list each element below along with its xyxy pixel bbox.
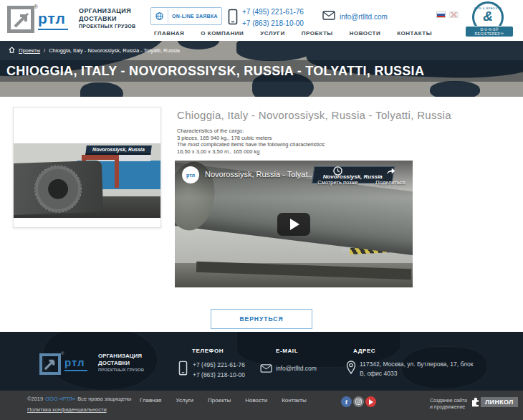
flag-en-icon[interactable] [449, 11, 459, 18]
online-request-label: ON-LINE ЗАЯВКА [168, 14, 221, 19]
footer-reg-mark: ® [61, 351, 64, 355]
duns-label-2: REGISTERED™ [466, 32, 513, 36]
tagline-line: ПРОЕКТНЫХ ГРУЗОВ [79, 23, 135, 29]
youtube-play-icon [369, 399, 373, 405]
language-switcher [436, 11, 459, 18]
main-nav: ГЛАВНАЯ О КОМПАНИИ УСЛУГИ ПРОЕКТЫ НОВОСТ… [154, 30, 432, 37]
footer-brand-name[interactable]: ртл [64, 356, 85, 368]
video-player[interactable]: Novorossiysk, Russia ртл Novorossiysk, R… [175, 161, 413, 287]
footer-tagline-line: ОРГАНИЗАЦИЯ [98, 353, 144, 360]
footer-address-heading: АДРЕС [353, 348, 375, 354]
brand-underline [38, 29, 68, 30]
project-photo: Novorossiysk, Russia [14, 143, 160, 218]
project-description: Characteristics of the cargo: 3 pieces, … [177, 128, 326, 155]
bottom-nav-news[interactable]: Новости [245, 397, 267, 404]
map-shape [430, 81, 480, 97]
photo-cargo-flange [34, 166, 82, 213]
header: ® ртл ОРГАНИЗАЦИЯ ДОСТАВКИ ПРОЕКТНЫХ ГРУ… [0, 0, 523, 41]
online-request-button[interactable]: ON-LINE ЗАЯВКА [150, 7, 222, 25]
main-content: Novorossiysk, Russia Chioggia, Italy - N… [0, 97, 523, 332]
nav-item-home[interactable]: ГЛАВНАЯ [154, 30, 184, 37]
footer-phone-heading: ТЕЛЕФОН [192, 348, 224, 354]
video-watch-later-button[interactable]: Смотреть позже [311, 166, 365, 186]
home-icon[interactable] [9, 47, 15, 54]
video-title[interactable]: Novorossiysk, Russia - Tolyat... [205, 170, 315, 178]
credit-line: Создание сайта [430, 397, 467, 404]
studio-name: ЛИНКОЛ [481, 397, 518, 407]
nav-item-contacts[interactable]: КОНТАКТЫ [397, 30, 432, 37]
breadcrumb: Проекты / Chioggia, Italy - Novorossiysk… [9, 47, 180, 54]
footer-phone-2[interactable]: +7 (863) 218-10-00 [193, 370, 245, 380]
footer-phone-1[interactable]: +7 (495) 221-61-76 [193, 360, 245, 370]
bottom-nav-contacts[interactable]: Контакты [282, 397, 307, 404]
map-shape [236, 41, 315, 61]
company-link[interactable]: ООО «РТЛ» [45, 396, 75, 402]
header-email[interactable]: info@rtlltd.com [340, 13, 388, 21]
brand-name[interactable]: ртл [38, 10, 66, 27]
logo-arrows-icon [11, 10, 32, 30]
breadcrumb-projects-link[interactable]: Проекты [19, 47, 40, 54]
project-photo-card[interactable]: Novorossiysk, Russia [13, 107, 161, 228]
page-title: CHIOGGIA, ITALY - NOVOROSSIYSK, RUSSIA -… [6, 64, 424, 79]
description-line: The most complicated items have the foll… [177, 141, 326, 148]
back-button[interactable]: ВЕРНУТЬСЯ [211, 309, 312, 329]
nav-item-about[interactable]: О КОМПАНИИ [201, 30, 244, 37]
bottom-bar: ©2019ООО «РТЛ»Все права защищены Политик… [0, 391, 523, 420]
footer-tagline-line: ПРОЕКТНЫХ ГРУЗОВ [98, 367, 144, 373]
video-share-button[interactable]: Поделиться [370, 166, 411, 186]
footer-location-pin-icon [346, 361, 356, 378]
watch-later-label: Смотреть позже [311, 179, 365, 186]
nav-item-news[interactable]: НОВОСТИ [350, 30, 381, 37]
footer-phone-icon [178, 361, 188, 379]
brand-tagline: ОРГАНИЗАЦИЯ ДОСТАВКИ ПРОЕКТНЫХ ГРУЗОВ [79, 7, 135, 29]
description-line: 16,50 x 3,00 x 3,50 m., 165 000 kg [177, 148, 326, 156]
footer-email[interactable]: info@rtlltd.com [276, 365, 317, 372]
nav-item-services[interactable]: УСЛУГИ [260, 30, 284, 37]
photo-cargo-vessel [14, 161, 103, 216]
email-icon [322, 10, 335, 23]
rtl-logo-icon[interactable] [7, 6, 34, 33]
photo-caption-text: Novorossiysk, Russia [92, 147, 145, 152]
footer-tagline-line: ДОСТАВКИ [98, 360, 144, 367]
page-banner: Проекты / Chioggia, Italy - Novorossiysk… [0, 41, 523, 97]
footer-rtl-logo-icon[interactable] [39, 353, 61, 375]
play-icon [290, 219, 299, 230]
site-credit: Создание сайта и продвижение [430, 397, 467, 410]
privacy-policy-link[interactable]: Политика конфиденциальности [27, 406, 107, 413]
footer-email-icon [260, 363, 272, 376]
project-title: Chioggia, Italy - Novorossiysk, Russia -… [177, 109, 451, 121]
bottom-nav-home[interactable]: Главная [140, 397, 161, 404]
video-channel-avatar[interactable]: ртл [182, 166, 199, 183]
map-shape [178, 41, 219, 49]
duns-banner: D-U-N-S® REGISTERED™ [465, 26, 514, 37]
studio-link[interactable]: ЛИНКОЛ [470, 396, 518, 407]
share-arrow-icon [385, 166, 395, 176]
tagline-line: ДОСТАВКИ [79, 15, 135, 23]
youtube-icon[interactable] [365, 396, 376, 407]
instagram-icon[interactable] [353, 396, 364, 407]
footer-address: 117342, Москва, ул. Бутлерова, 17, блок … [360, 360, 480, 378]
nav-item-projects[interactable]: ПРОЕКТЫ [302, 30, 333, 37]
page: ® ртл ОРГАНИЗАЦИЯ ДОСТАВКИ ПРОЕКТНЫХ ГРУ… [0, 0, 523, 420]
globe-icon [151, 8, 168, 24]
bottom-nav: Главная Услуги Проекты Новости Контакты [140, 397, 307, 404]
header-phone-2[interactable]: +7 (863) 218-10-00 [242, 18, 304, 29]
phone-icon [228, 9, 238, 29]
footer-email-heading: E-MAIL [276, 348, 298, 354]
breadcrumb-separator: / [44, 47, 45, 54]
social-links: f [341, 396, 376, 407]
puzzle-icon [470, 396, 481, 407]
duns-ampersand: & [474, 10, 502, 23]
facebook-icon[interactable]: f [341, 396, 352, 407]
reg-mark: ® [34, 4, 38, 10]
header-phone-1[interactable]: +7 (495) 221-61-76 [242, 6, 304, 18]
flag-ru-icon[interactable] [436, 11, 446, 18]
bottom-nav-services[interactable]: Услуги [176, 397, 193, 404]
footer-brand-underline [64, 370, 87, 371]
header-phone-block: +7 (495) 221-61-76 +7 (863) 218-10-00 [228, 6, 304, 29]
copyright: ©2019ООО «РТЛ»Все права защищены [27, 396, 131, 402]
copyright-prefix: ©2019 [27, 396, 43, 402]
share-label: Поделиться [370, 179, 411, 186]
video-play-button[interactable] [277, 213, 310, 236]
bottom-nav-projects[interactable]: Проекты [208, 397, 231, 404]
